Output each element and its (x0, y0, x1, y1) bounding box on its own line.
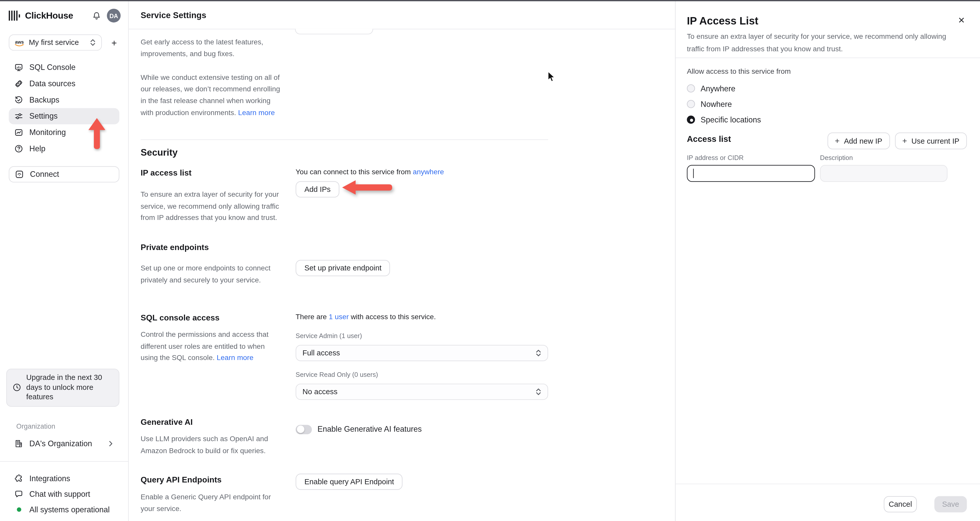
service-name: My first service (29, 38, 79, 47)
monitoring-chart-icon (14, 128, 23, 137)
radio-anywhere[interactable]: Anywhere (687, 81, 761, 96)
text-caret (693, 168, 694, 178)
sql-access-status: There are 1 user with access to this ser… (296, 313, 548, 320)
panel-footer-divider (676, 484, 980, 484)
add-service-button[interactable]: + (109, 37, 119, 48)
private-endpoints-title: Private endpoints (141, 243, 296, 252)
data-sources-icon (14, 79, 23, 88)
radio-circle[interactable] (687, 84, 695, 93)
service-readonly-value: No access (302, 387, 337, 396)
settings-content: Get early access to the latest features,… (141, 29, 548, 515)
upgrade-notice-text: Upgrade in the next 30 days to unlock mo… (26, 373, 113, 402)
sidebar-item-label: Help (29, 145, 45, 153)
service-admin-value: Full access (302, 348, 340, 357)
sidebar-item-integrations[interactable]: Integrations (9, 470, 119, 486)
anywhere-link[interactable]: anywhere (413, 168, 444, 175)
clickhouse-console: ClickHouse DA aws My first service (0, 0, 980, 521)
fast-release-section: Get early access to the latest features,… (141, 36, 548, 119)
generative-ai-toggle-label: Enable Generative AI features (318, 425, 422, 434)
generative-ai-title: Generative AI (141, 417, 296, 427)
red-arrow-left (342, 179, 393, 196)
upgrade-notice[interactable]: Upgrade in the next 30 days to unlock mo… (6, 369, 119, 407)
section-divider (141, 139, 548, 140)
query-api-description: Enable a Generic Query API endpoint for … (141, 491, 281, 515)
radio-circle[interactable] (687, 100, 695, 108)
panel-description: To ensure an extra layer of security for… (687, 30, 959, 55)
cancel-button[interactable]: Cancel (884, 496, 917, 512)
backups-icon (14, 96, 23, 104)
learn-more-link[interactable]: Learn more (238, 109, 275, 116)
panel-title: IP Access List (687, 15, 758, 27)
connect-label: Connect (30, 170, 59, 179)
chat-bubble-icon (14, 489, 23, 498)
radio-specific-locations[interactable]: Specific locations (687, 112, 761, 127)
learn-more-link[interactable]: Learn more (217, 354, 253, 361)
sql-console-icon (14, 63, 23, 72)
clock-icon (13, 383, 21, 392)
use-current-ip-button[interactable]: + Use current IP (895, 132, 967, 149)
generative-ai-toggle[interactable] (296, 425, 312, 434)
sidebar-item-sql-console[interactable]: SQL Console (9, 59, 119, 76)
close-icon[interactable]: ✕ (958, 16, 965, 25)
save-button[interactable]: Save (934, 496, 967, 512)
fast-release-p2: While we conduct extensive testing on al… (141, 72, 281, 119)
allow-access-label: Allow access to this service from (687, 67, 791, 75)
sidebar-item-label: All systems operational (29, 505, 110, 514)
sidebar-item-system-status[interactable]: All systems operational (9, 502, 119, 518)
organization-row[interactable]: DA's Organization (9, 435, 119, 451)
sidebar-item-data-sources[interactable]: Data sources (9, 76, 119, 92)
avatar[interactable]: DA (107, 9, 121, 22)
sidebar-footer: Integrations Chat with support All syste… (9, 470, 119, 518)
service-readonly-select[interactable]: No access (296, 383, 548, 400)
service-selector[interactable]: aws My first service (9, 35, 102, 51)
radio-nowhere[interactable]: Nowhere (687, 96, 761, 112)
ip-access-title: IP access list (141, 168, 296, 177)
private-endpoints-description: Set up one or more endpoints to connect … (141, 262, 281, 286)
organization-section-label: Organization (16, 423, 56, 430)
sidebar-item-label: Backups (29, 96, 59, 104)
ip-address-input[interactable] (687, 165, 815, 182)
building-icon (14, 439, 23, 448)
add-new-ip-button[interactable]: + Add new IP (827, 132, 890, 149)
notifications-bell-icon[interactable] (92, 11, 101, 21)
page-title: Service Settings (141, 10, 206, 20)
generative-ai-section: Generative AI Use LLM providers such as … (141, 417, 548, 456)
logo-row: ClickHouse DA (9, 7, 121, 24)
chevron-updown-icon (536, 349, 541, 356)
sidebar-item-label: SQL Console (29, 63, 76, 72)
enable-query-api-button[interactable]: Enable query API Endpoint (296, 474, 403, 490)
sql-console-access-section: SQL console access Control the permissio… (141, 313, 548, 400)
puzzle-icon (14, 474, 23, 483)
access-list-heading: Access list (687, 135, 731, 144)
generative-ai-description: Use LLM providers such as OpenAI and Ama… (141, 433, 281, 456)
sql-access-description: Control the permissions and access that … (141, 329, 281, 364)
one-user-link[interactable]: 1 user (329, 313, 348, 320)
plus-icon: + (902, 137, 907, 145)
sidebar-item-label: Data sources (29, 79, 75, 88)
chevron-right-icon (107, 440, 114, 446)
fast-release-p1: Get early access to the latest features,… (141, 36, 281, 60)
setup-private-endpoint-button[interactable]: Set up private endpoint (296, 260, 390, 276)
sidebar-item-label: Integrations (29, 474, 70, 483)
service-admin-select[interactable]: Full access (296, 345, 548, 361)
radio-circle-selected[interactable] (687, 116, 695, 124)
security-heading: Security (141, 147, 548, 157)
ip-access-list-panel: IP Access List ✕ To ensure an extra laye… (675, 1, 980, 521)
description-input[interactable] (820, 165, 948, 182)
description-field-label: Description (820, 154, 853, 161)
main-content: Service Settings Get early access to the… (129, 1, 675, 521)
sql-access-title: SQL console access (141, 313, 296, 322)
sidebar-item-chat-support[interactable]: Chat with support (9, 486, 119, 502)
main-header: Service Settings (129, 1, 675, 29)
connect-icon (15, 170, 24, 179)
sidebar-item-label: Chat with support (29, 489, 90, 498)
connect-button[interactable]: Connect (9, 166, 119, 183)
sidebar-item-backups[interactable]: Backups (9, 92, 119, 108)
red-arrow-up (88, 118, 106, 149)
add-ips-button[interactable]: Add IPs (296, 181, 339, 197)
aws-logo-icon: aws (15, 40, 24, 44)
app-title: ClickHouse (25, 11, 73, 21)
allow-access-radio-group: Anywhere Nowhere Specific locations (687, 81, 761, 127)
ip-access-status: You can connect to this service from any… (296, 168, 548, 175)
access-list-buttons: + Add new IP + Use current IP (827, 132, 967, 149)
